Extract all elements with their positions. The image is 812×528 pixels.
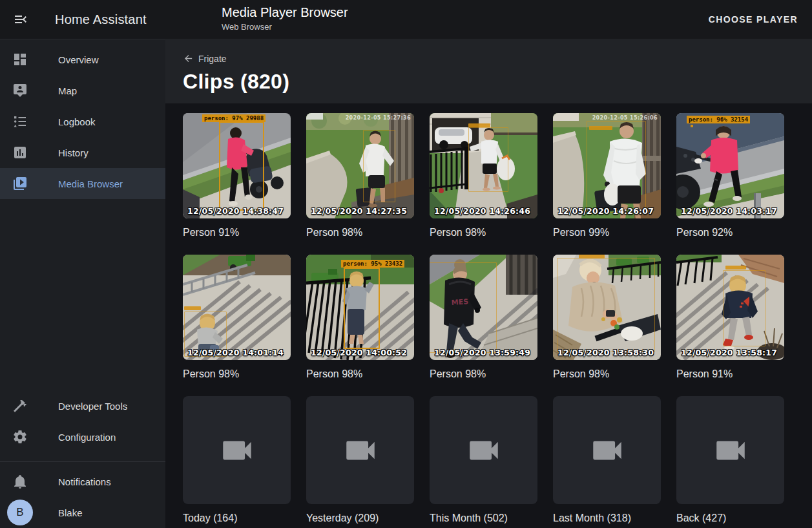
clip-label: Person 92% [676, 227, 784, 238]
gear-icon [12, 429, 28, 445]
clip-thumbnail[interactable]: 12/05/2020 13:58:30 [553, 255, 661, 360]
app-title: Home Assistant [55, 12, 147, 27]
choose-player-button[interactable]: CHOOSE PLAYER [709, 0, 798, 39]
sidebar-item-configuration[interactable]: Configuration [0, 421, 165, 452]
bell-icon [12, 474, 28, 489]
folder-label: This Month (502) [430, 512, 537, 524]
clip-thumbnail[interactable]: MES 12/05/2020 13:59:49 [430, 255, 537, 360]
clip-label: Person 98% [430, 227, 537, 238]
folder-card-yesterday[interactable]: Yesterday (209) [306, 396, 414, 524]
clip-card[interactable]: 12/05/2020 14:26:46 Person 98% [430, 113, 537, 238]
clip-timestamp: 12/05/2020 14:01:14 [187, 348, 284, 357]
clip-card[interactable]: person: 95% 23432 12/05/2020 14:00:52 Pe… [306, 255, 414, 380]
folder-card-today[interactable]: Today (164) [183, 396, 291, 524]
clip-label: Person 98% [183, 368, 291, 380]
clip-thumbnail[interactable]: person: 95% 23432 12/05/2020 14:00:52 [306, 255, 414, 360]
scene-pink-stroller-close [676, 113, 784, 218]
clip-timestamp: 12/05/2020 14:00:52 [311, 348, 407, 357]
sidebar-item-media-browser[interactable]: Media Browser [0, 168, 165, 199]
sidebar-item-notifications[interactable]: Notifications [0, 466, 165, 497]
panel-subtitle: Web Browser [222, 22, 348, 32]
video-icon [342, 432, 379, 469]
clip-thumbnail[interactable]: person: 96% 32154 12/05/2020 14:03:17 [676, 113, 784, 218]
panel-title: Media Player Browser [222, 5, 348, 20]
folder-thumbnail[interactable] [183, 396, 291, 504]
detection-bbox [344, 268, 380, 349]
sidebar: Overview Map Logbook History [0, 39, 165, 528]
folder-card-back[interactable]: Back (427) [676, 396, 784, 524]
detection-tag-small [579, 255, 605, 259]
clip-card[interactable]: 12/05/2020 13:58:17 Person 91% [676, 255, 784, 380]
media-browser-header: Frigate Clips (820) [165, 39, 812, 103]
detection-bbox [723, 270, 765, 346]
avatar: B [7, 500, 33, 525]
detection-bbox [691, 125, 693, 127]
video-icon [712, 432, 749, 469]
clip-timestamp: 12/05/2020 14:26:46 [434, 206, 530, 216]
detection-tag-small [468, 123, 490, 127]
clip-label: Person 99% [553, 227, 661, 238]
page-title: Clips (820) [183, 70, 812, 94]
scene-porch-man [306, 113, 414, 218]
folder-label: Today (164) [183, 512, 291, 524]
arrow-left-icon [183, 53, 194, 64]
clip-timestamp: 12/05/2020 13:59:49 [434, 348, 530, 357]
clip-label: Person 98% [430, 368, 537, 380]
detection-tag-small [589, 126, 612, 130]
clip-timestamp: 12/05/2020 14:26:07 [557, 206, 654, 216]
detection-tag-small [184, 306, 201, 310]
clip-timestamp: 12/05/2020 14:27:35 [311, 206, 407, 216]
folder-thumbnail[interactable] [676, 396, 784, 504]
hammer-icon [12, 398, 28, 414]
sidebar-item-map[interactable]: Map [0, 75, 165, 106]
clip-timestamp: 12/05/2020 13:58:30 [557, 348, 654, 357]
clip-card[interactable]: person: 96% 32154 12/05/2020 14:03:17 Pe… [676, 113, 784, 238]
folder-label: Back (427) [676, 512, 784, 524]
clip-label: Person 91% [676, 368, 784, 380]
breadcrumb-back[interactable]: Frigate [183, 53, 227, 64]
folder-card-this-month[interactable]: This Month (502) [430, 396, 537, 524]
sidebar-item-overview[interactable]: Overview [0, 44, 165, 75]
sidebar-item-developer-tools[interactable]: Developer Tools [0, 390, 165, 421]
clip-card[interactable]: person: 97% 29988 12/05/2020 14:38:47 Pe… [183, 113, 291, 238]
folder-card-last-month[interactable]: Last Month (318) [553, 396, 661, 524]
video-icon [218, 432, 256, 469]
detection-tag: person: 95% 23432 [341, 260, 404, 268]
sidebar-item-user[interactable]: B Blake [0, 497, 165, 528]
dashboard-icon [12, 52, 28, 67]
folder-thumbnail[interactable] [306, 396, 414, 504]
clip-thumbnail[interactable]: person: 97% 29988 12/05/2020 14:38:47 [183, 113, 291, 218]
detection-bbox [363, 130, 395, 202]
detection-tag: person: 97% 29988 [202, 114, 265, 122]
app-header: Home Assistant Media Player Browser Web … [0, 0, 812, 39]
camera-timestamp: 2020-12-05 15:26:06 [592, 115, 658, 121]
clip-card[interactable]: MES 12/05/2020 13:59:49 Person 98% [430, 255, 537, 380]
folder-thumbnail[interactable] [430, 396, 537, 504]
clip-thumbnail[interactable]: 12/05/2020 14:01:14 [183, 255, 291, 360]
folder-thumbnail[interactable] [553, 396, 661, 504]
clip-card[interactable]: 12/05/2020 14:01:14 Person 98% [183, 255, 291, 380]
clip-card[interactable]: 2020-12-05 15:27:36 12/05/2020 14:27:35 … [306, 113, 414, 238]
camera-timestamp: 2020-12-05 15:27:36 [346, 115, 411, 121]
clip-thumbnail[interactable]: 2020-12-05 15:27:36 12/05/2020 14:27:35 [306, 113, 414, 218]
media-browser-panel: Frigate Clips (820) [165, 39, 812, 528]
detection-bbox [430, 262, 497, 353]
video-icon [465, 432, 503, 469]
clips-grid: person: 97% 29988 12/05/2020 14:38:47 Pe… [183, 113, 812, 524]
tooltip-account-icon [12, 83, 28, 98]
menu-open-icon[interactable] [5, 4, 36, 35]
detection-bbox [587, 121, 646, 213]
clip-card[interactable]: 12/05/2020 13:58:30 Person 98% [553, 255, 661, 380]
clip-thumbnail[interactable]: 12/05/2020 13:58:17 [676, 255, 784, 360]
detection-bbox [219, 121, 264, 211]
clip-thumbnail[interactable]: 2020-12-05 15:26:06 12/05/2020 14:26:07 [553, 113, 661, 218]
clip-thumbnail[interactable]: 12/05/2020 14:26:46 [430, 113, 537, 218]
folder-label: Last Month (318) [553, 512, 661, 524]
sidebar-item-history[interactable]: History [0, 137, 165, 168]
detection-tag: person: 96% 32154 [687, 116, 750, 123]
clip-timestamp: 12/05/2020 14:03:17 [681, 206, 777, 216]
clip-card[interactable]: 2020-12-05 15:26:06 12/05/2020 14:26:07 … [553, 113, 661, 238]
sidebar-divider [0, 461, 165, 462]
clip-timestamp: 12/05/2020 14:38:47 [187, 206, 284, 216]
sidebar-item-logbook[interactable]: Logbook [0, 106, 165, 137]
